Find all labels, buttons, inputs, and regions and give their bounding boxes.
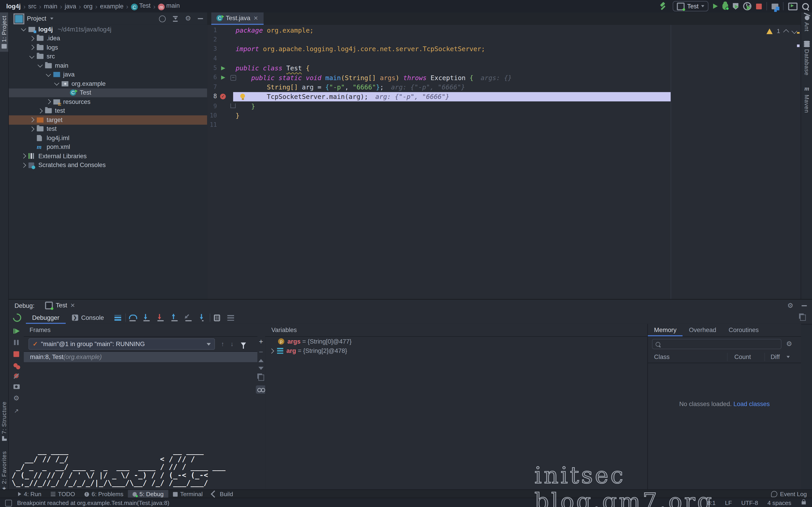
tree-item[interactable]: test [9,124,207,133]
sidebar-item-maven[interactable]: m Maven [801,82,812,116]
close-icon[interactable]: ✕ [254,15,258,21]
code-line[interactable]: 9 } [207,101,801,111]
chevron-down-icon[interactable] [38,62,43,68]
editor-gutter[interactable]: 5 [207,63,236,73]
sidebar-item-ant[interactable]: Ant [801,12,812,35]
filter-icon[interactable] [241,342,246,346]
frame-row[interactable]: main:8, Test (org.example) [24,352,257,362]
fold-end-icon[interactable] [231,103,236,108]
prev-warning-icon[interactable] [783,29,789,35]
build-hammer-icon[interactable] [660,2,668,10]
add-watch-icon[interactable]: + [259,338,263,344]
rerun-icon[interactable] [11,312,23,324]
thread-selector[interactable]: ✓ "main"@1 in group "main": RUNNING [29,338,215,350]
toolwindow-button-terminal[interactable]: Terminal [168,490,208,498]
chevron-down-icon[interactable] [29,53,35,59]
variable-row[interactable]: arg = {String[2]@478} [265,346,647,355]
column-class[interactable]: Class [654,353,670,360]
breadcrumb-item[interactable]: main [44,2,57,10]
collapse-all-icon[interactable] [173,16,178,21]
chevron-down-icon[interactable] [21,26,26,32]
prev-frame-icon[interactable]: ↑ [221,340,224,348]
code-line[interactable]: 1package org.example; [207,25,801,35]
chevron-right-icon[interactable] [29,36,35,41]
inspection-widget[interactable]: 1 [766,27,797,35]
toolwindow-button-problems[interactable]: !6: Problems [80,490,128,498]
resume-icon[interactable] [15,328,19,334]
chevron-down-icon[interactable] [46,71,51,77]
move-down-icon[interactable] [258,367,264,370]
column-divider[interactable] [764,353,765,361]
project-panel-title[interactable]: Project [27,15,46,22]
editor-gutter[interactable]: 2 [207,35,236,44]
gear-icon[interactable]: ⚙ [13,395,19,401]
tree-item[interactable]: mpom.xml [9,143,207,152]
chevron-right-icon[interactable] [38,108,43,113]
tree-item[interactable]: logs [9,43,207,52]
code-line[interactable]: 3import org.apache.logging.log4j.core.ne… [207,44,801,54]
sidebar-item-project[interactable]: 1: Project [0,12,8,52]
evaluate-expression-icon[interactable] [214,315,220,321]
tree-item[interactable]: Scratches and Consoles [9,161,207,170]
tree-item[interactable]: java [9,70,207,79]
tab-test-java[interactable]: C Test.java ✕ [211,12,263,25]
editor-gutter[interactable]: 9 [207,101,236,111]
stop-button[interactable] [756,3,762,9]
breadcrumb-item[interactable]: log4j [6,2,20,10]
pin-icon[interactable]: ↗ [14,408,18,414]
run-configuration-select[interactable]: Test [673,1,708,11]
tree-item[interactable]: CTest [9,88,207,97]
hide-panel-icon[interactable] [198,18,203,19]
tab-debugger[interactable]: Debugger [26,312,65,324]
run-button[interactable] [713,4,718,9]
step-out-icon[interactable] [171,314,179,321]
coverage-button[interactable] [733,3,739,10]
chevron-down-icon[interactable] [54,80,59,86]
force-step-into-icon[interactable] [157,314,164,321]
memory-tab-coroutines[interactable]: Coroutines [722,324,765,336]
editor-gutter[interactable]: 4 [207,54,236,63]
code-line[interactable]: 2 [207,35,801,44]
chevron-right-icon[interactable] [21,154,26,159]
breadcrumb-item[interactable]: src [28,2,37,10]
search-everywhere-icon[interactable] [802,3,809,10]
step-into-icon[interactable] [143,314,150,321]
toolwindow-toggle-icon[interactable] [5,500,12,506]
chevron-right-icon[interactable] [21,163,26,168]
intention-bulb-icon[interactable] [240,94,245,98]
code-line[interactable]: 8✓ TcpSocketServer.main(arg);arg: {"-p",… [207,92,801,101]
toolwindow-button-debug[interactable]: 5: Debug [128,490,168,498]
memory-tab-overhead[interactable]: Overhead [682,324,722,336]
stop-icon[interactable] [13,351,19,357]
editor-gutter[interactable]: 6– [207,73,236,82]
editor-gutter[interactable]: 1 [207,25,236,35]
tree-item[interactable]: .idea [9,34,207,43]
settings-lines-icon[interactable] [227,315,234,321]
code-line[interactable]: 6– public static void main(String[] args… [207,73,801,82]
breadcrumb-item[interactable]: mmain [158,2,180,11]
fold-icon[interactable]: – [231,75,236,80]
remove-watch-icon[interactable]: − [259,349,263,354]
chevron-right-icon[interactable] [29,117,35,122]
move-up-icon[interactable] [258,359,264,362]
duplicate-icon[interactable] [258,375,264,381]
tree-item[interactable]: test [9,106,207,115]
tree-item[interactable]: log4j ~/d4m1ts/java/log4j [9,25,207,34]
debug-session-tab[interactable]: Test ✕ [41,299,79,313]
chevron-right-icon[interactable] [29,45,35,50]
toolwindow-button-run[interactable]: 4: Run [13,490,46,498]
tree-item[interactable]: External Libraries [9,152,207,161]
drop-frame-icon[interactable] [185,314,192,321]
code-line[interactable]: 7 String[] arg = {"-p", "6666"};arg: {"-… [207,82,801,92]
tree-item[interactable]: target [9,115,207,124]
code-line[interactable]: 11 [207,120,801,130]
layout-icon[interactable] [114,315,121,321]
tree-item[interactable]: src [9,52,207,61]
editor-gutter[interactable]: 3 [207,44,236,54]
show-watches-icon[interactable] [256,386,266,394]
project-structure-icon[interactable] [772,3,778,9]
load-classes-link[interactable]: Load classes [733,400,770,408]
step-over-icon[interactable] [129,314,137,321]
run-anything-icon[interactable] [788,2,798,10]
thread-dump-icon[interactable] [13,384,19,389]
